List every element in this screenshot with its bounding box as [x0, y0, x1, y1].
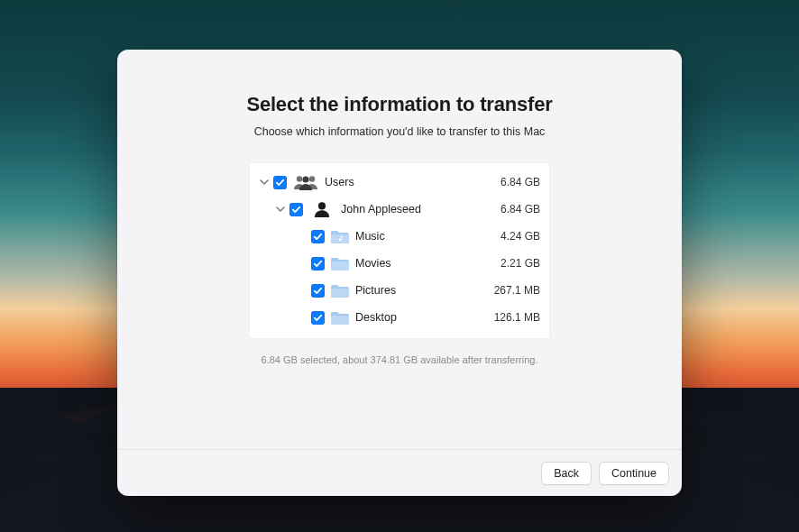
window-footer: Back Continue — [117, 449, 682, 496]
checkbox-item[interactable] — [311, 284, 325, 298]
tree-row-user[interactable]: John Appleseed 6.84 GB — [259, 196, 540, 223]
svg-point-2 — [302, 176, 308, 182]
tree-size: 6.84 GB — [477, 203, 540, 216]
window-content: Select the information to transfer Choos… — [117, 50, 682, 449]
tree-label: Movies — [355, 257, 391, 270]
tree-size: 4.24 GB — [477, 230, 540, 243]
tree-label: Music — [355, 230, 385, 243]
chevron-down-icon[interactable] — [259, 177, 270, 188]
tree-row-music[interactable]: Music 4.24 GB — [259, 223, 540, 250]
users-group-icon — [292, 174, 319, 190]
tree-size: 6.84 GB — [477, 176, 540, 188]
tree-row-movies[interactable]: Movies 2.21 GB — [259, 250, 540, 277]
tree-size: 2.21 GB — [477, 257, 540, 270]
continue-button[interactable]: Continue — [599, 462, 669, 485]
checkbox-item[interactable] — [311, 257, 325, 271]
folder-icon — [330, 255, 350, 271]
folder-icon — [330, 309, 350, 326]
back-button[interactable]: Back — [541, 462, 592, 485]
folder-music-icon — [330, 228, 350, 244]
tree-label: Pictures — [355, 284, 396, 297]
transfer-tree: Users 6.84 GB John Appleseed — [250, 163, 549, 338]
tree-row-users[interactable]: Users 6.84 GB — [259, 169, 540, 196]
svg-point-0 — [297, 176, 302, 181]
tree-size: 267.1 MB — [477, 284, 540, 297]
page-title: Select the information to transfer — [246, 93, 552, 116]
status-text: 6.84 GB selected, about 374.81 GB availa… — [262, 354, 538, 365]
tree-label: John Appleseed — [341, 203, 421, 216]
chevron-down-icon[interactable] — [275, 204, 286, 215]
tree-label: Desktop — [355, 311, 397, 324]
checkbox-item[interactable] — [311, 311, 325, 325]
migration-assistant-window: Select the information to transfer Choos… — [117, 50, 682, 496]
user-silhouette-icon — [308, 201, 335, 217]
checkbox-user[interactable] — [289, 203, 303, 216]
checkbox-users[interactable] — [273, 176, 287, 189]
tree-label: Users — [325, 176, 354, 188]
svg-point-3 — [318, 202, 326, 209]
tree-size: 126.1 MB — [477, 311, 540, 324]
tree-row-pictures[interactable]: Pictures 267.1 MB — [259, 277, 540, 304]
checkbox-item[interactable] — [311, 230, 325, 243]
page-subtitle: Choose which information you'd like to t… — [254, 125, 546, 138]
tree-row-desktop[interactable]: Desktop 126.1 MB — [259, 304, 540, 331]
folder-icon — [330, 282, 350, 298]
svg-point-1 — [309, 176, 315, 181]
